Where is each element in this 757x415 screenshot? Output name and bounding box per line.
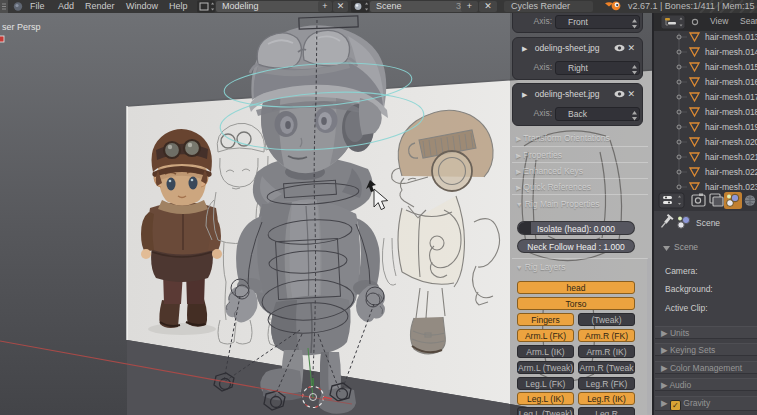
svg-text:ser Persp: ser Persp [2, 22, 41, 32]
